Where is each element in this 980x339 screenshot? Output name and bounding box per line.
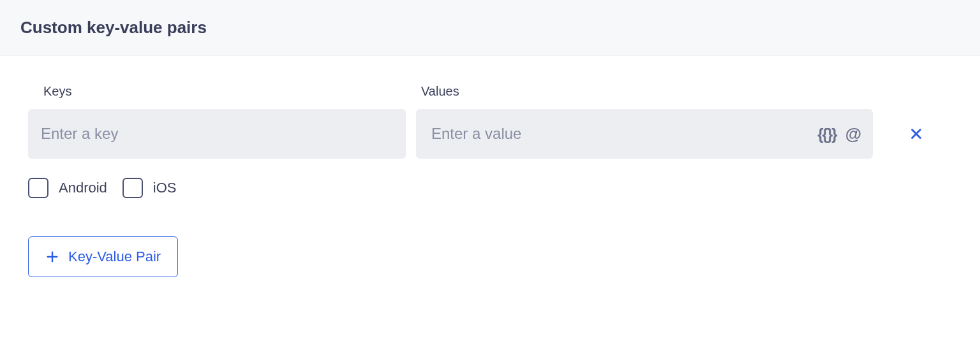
close-icon — [909, 127, 923, 141]
ios-checkbox-label: iOS — [153, 180, 177, 196]
at-icon[interactable]: @ — [845, 124, 861, 144]
android-checkbox-label: Android — [59, 180, 107, 196]
add-kv-pair-label: Key-Value Pair — [68, 249, 161, 265]
plus-icon — [45, 250, 59, 264]
key-input[interactable] — [28, 109, 406, 159]
checkbox-box-icon — [28, 178, 48, 198]
value-input-icons: {{}} @ — [817, 124, 861, 144]
android-checkbox[interactable]: Android — [28, 178, 107, 198]
value-input-wrap: {{}} @ — [416, 109, 873, 159]
values-column-label: Values — [416, 84, 952, 99]
column-labels-row: Keys Values — [28, 84, 952, 99]
kv-pair-row: {{}} @ — [28, 109, 952, 159]
value-input[interactable] — [416, 109, 873, 159]
panel-content: Keys Values {{}} @ Android iOS — [0, 56, 980, 277]
platform-checkboxes: Android iOS — [28, 178, 952, 198]
panel-title: Custom key-value pairs — [20, 18, 960, 38]
ios-checkbox[interactable]: iOS — [122, 178, 177, 198]
panel-header: Custom key-value pairs — [0, 0, 980, 56]
checkbox-box-icon — [122, 178, 143, 198]
keys-column-label: Keys — [28, 84, 406, 99]
braces-icon[interactable]: {{}} — [817, 125, 836, 143]
add-kv-pair-button[interactable]: Key-Value Pair — [28, 236, 178, 277]
remove-pair-button[interactable] — [901, 119, 932, 149]
